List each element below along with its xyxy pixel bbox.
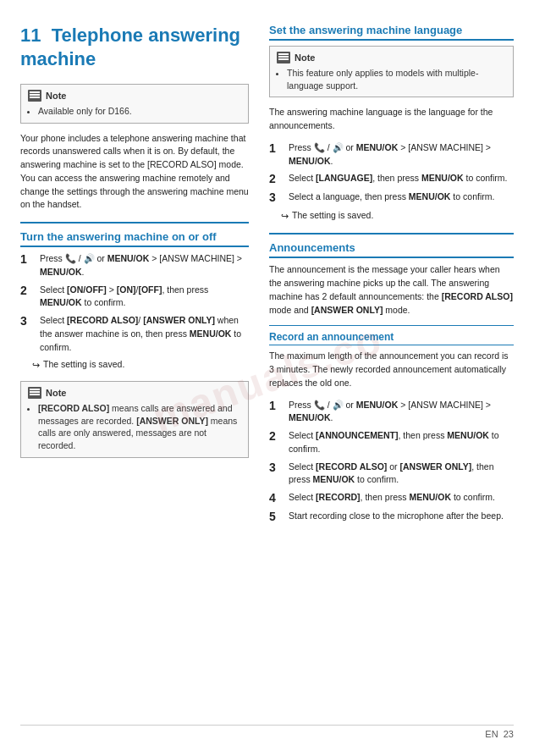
step-item: 2 Select [ON/OFF] > [ON]/[OFF], then pre…: [20, 284, 249, 311]
step-item: 5 Start recording close to the microphon…: [269, 510, 514, 524]
step-item: 1 Press 📞 / 🔊 or MENU/OK > [ANSW MACHINE…: [20, 252, 249, 279]
section-divider-2: [269, 233, 514, 235]
step-item: 3 Select [RECORD ALSO]/ [ANSWER ONLY] wh…: [20, 314, 249, 354]
note-box-1: Note Available only for D166.: [20, 84, 249, 124]
note-icon-2: [28, 387, 41, 399]
step-item: 3 Select [RECORD ALSO] or [ANSWER ONLY],…: [269, 461, 514, 488]
step-item: 2 Select [ANNOUNCEMENT], then press MENU…: [269, 429, 514, 456]
section3-intro: The announcement is the message your cal…: [269, 263, 514, 317]
step-item: 2 Select [LANGUAGE], then press MENU/OK …: [269, 172, 514, 186]
note-item: This feature only applies to models with…: [287, 67, 506, 91]
section-divider-1: [20, 222, 249, 223]
steps-list-3: 1 Press 📞 / 🔊 or MENU/OK > [ANSW MACHINE…: [269, 399, 514, 524]
note-header-1: Note: [28, 90, 241, 102]
arrow-result-2: ↪ The setting is saved.: [281, 209, 514, 223]
section2-title: Set the answering machine language: [269, 24, 514, 41]
step-item: 3 Select a language, then press MENU/OK …: [269, 190, 514, 205]
page: manuals.co 11 Telephone answering machin…: [0, 0, 534, 756]
left-column: 11 Telephone answering machine Note Avai…: [20, 24, 249, 718]
sub-section-intro: The maximum length of the announcement y…: [269, 350, 514, 389]
steps-list-1: 1 Press 📞 / 🔊 or MENU/OK > [ANSW MACHINE…: [20, 252, 249, 354]
note-box-2: Note [RECORD ALSO] means calls are answe…: [20, 381, 249, 458]
footer-page-num: 23: [504, 729, 514, 739]
section1-title: Turn the answering machine on or off: [20, 230, 249, 247]
section3-title: Announcements: [269, 241, 514, 258]
note-item: Available only for D166.: [38, 105, 241, 118]
chapter-title: 11 Telephone answering machine: [20, 24, 249, 70]
step-item: 4 Select [RECORD], then press MENU/OK to…: [269, 491, 514, 505]
page-footer: EN 23: [20, 725, 514, 739]
note-icon-3: [277, 52, 290, 63]
steps-list-2: 1 Press 📞 / 🔊 or MENU/OK > [ANSW MACHINE…: [269, 141, 514, 205]
note-icon-1: [28, 90, 41, 102]
sub-section-title-1: Record an announcement: [269, 331, 514, 345]
note-list-2: [RECORD ALSO] means calls are answered a…: [38, 402, 241, 452]
right-column: Set the answering machine language Note …: [269, 24, 514, 718]
footer-lang: EN: [485, 729, 498, 739]
note-box-3: Note This feature only applies to models…: [269, 46, 514, 97]
section2-intro: The answering machine language is the la…: [269, 106, 514, 133]
note-list-3: This feature only applies to models with…: [287, 67, 506, 91]
sub-divider-1: [269, 325, 514, 326]
step-item: 1 Press 📞 / 🔊 or MENU/OK > [ANSW MACHINE…: [269, 399, 514, 426]
intro-text: Your phone includes a telephone answerin…: [20, 132, 249, 212]
note-item: [RECORD ALSO] means calls are answered a…: [38, 402, 241, 452]
note-list-1: Available only for D166.: [38, 105, 241, 118]
note-header-3: Note: [277, 52, 506, 63]
arrow-result-1: ↪ The setting is saved.: [32, 358, 249, 372]
step-item: 1 Press 📞 / 🔊 or MENU/OK > [ANSW MACHINE…: [269, 141, 514, 168]
note-header-2: Note: [28, 387, 241, 399]
